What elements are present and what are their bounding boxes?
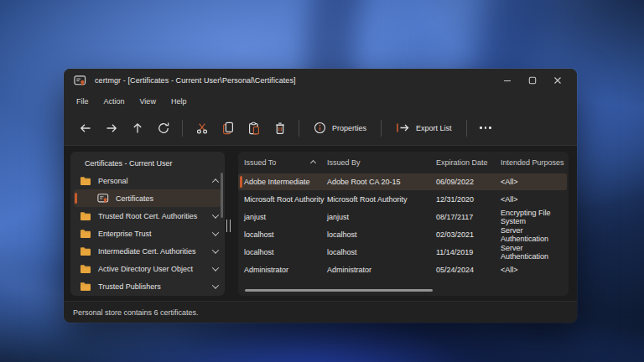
certificate-icon bbox=[97, 193, 109, 204]
up-button[interactable] bbox=[124, 116, 150, 140]
titlebar: certmgr - [Certificates - Current User\P… bbox=[64, 69, 577, 91]
toolbar-separator bbox=[299, 120, 299, 137]
table-row[interactable]: localhost localhost 11/14/2019 Server Au… bbox=[238, 244, 569, 261]
menubar: File Action View Help bbox=[64, 91, 577, 111]
chevron-down-icon[interactable] bbox=[212, 282, 219, 288]
tree-item-certificates-selected[interactable]: Certificates bbox=[74, 189, 221, 207]
window-title: certmgr - [Certificates - Current User\P… bbox=[95, 76, 296, 85]
folder-icon bbox=[80, 211, 91, 221]
folder-icon bbox=[80, 282, 91, 292]
tree-item-trusted-publishers[interactable]: Trusted Publishers bbox=[70, 277, 225, 295]
delete-button[interactable] bbox=[267, 116, 293, 140]
menu-help[interactable]: Help bbox=[164, 95, 195, 108]
cut-button[interactable] bbox=[189, 116, 215, 140]
folder-icon bbox=[80, 246, 91, 256]
tree-item-personal[interactable]: Personal bbox=[70, 172, 225, 189]
toolbar-separator bbox=[466, 120, 467, 137]
export-icon bbox=[396, 122, 410, 134]
chevron-down-icon[interactable] bbox=[212, 229, 219, 235]
more-options-button[interactable] bbox=[473, 116, 499, 140]
properties-label: Properties bbox=[332, 124, 366, 132]
column-header-purposes[interactable]: Intended Purposes bbox=[501, 158, 569, 167]
table-row[interactable]: Microsoft Root Authority Microsoft Root … bbox=[238, 191, 569, 208]
tree-scrollbar-thumb[interactable] bbox=[221, 173, 223, 218]
tree-item-label: Trusted Publishers bbox=[98, 282, 161, 291]
copy-button[interactable] bbox=[215, 116, 241, 140]
tree-item-trusted-root[interactable]: Trusted Root Cert. Authorities bbox=[70, 207, 225, 225]
forward-button[interactable] bbox=[98, 116, 124, 140]
tree-root-label: Certificates - Current User bbox=[85, 159, 173, 168]
table-row[interactable]: janjust janjust 08/17/2117 Encrypting Fi… bbox=[238, 209, 569, 225]
tree-item-label: Certificates bbox=[116, 194, 153, 203]
properties-button[interactable]: Properties bbox=[305, 116, 375, 140]
back-button[interactable] bbox=[72, 116, 98, 140]
certificate-app-icon bbox=[74, 75, 86, 86]
tree-item-label: Trusted Root Cert. Authorities bbox=[98, 212, 197, 220]
column-header-issued-by[interactable]: Issued By bbox=[327, 158, 436, 167]
chevron-up-icon[interactable] bbox=[212, 178, 219, 185]
status-text: Personal store contains 6 certificates. bbox=[73, 308, 199, 317]
menu-view[interactable]: View bbox=[132, 95, 164, 108]
menu-action[interactable]: Action bbox=[96, 95, 132, 108]
ellipsis-icon bbox=[480, 127, 491, 129]
tree-root-current-user[interactable]: Certificates - Current User bbox=[70, 154, 225, 172]
maximize-button[interactable] bbox=[523, 73, 542, 88]
column-header-expiration[interactable]: Expiration Date bbox=[436, 158, 501, 167]
table-row[interactable]: localhost localhost 02/03/2021 Server Au… bbox=[238, 226, 569, 243]
content-area: Certificates - Current User Personal bbox=[64, 146, 577, 301]
tree-item-label: Active Directory User Object bbox=[98, 265, 193, 273]
paste-button[interactable] bbox=[241, 116, 267, 140]
toolbar-separator bbox=[381, 120, 382, 137]
export-list-label: Export List bbox=[416, 124, 452, 132]
certificate-list-panel: Issued To Issued By Expiration Date Inte… bbox=[238, 152, 569, 296]
table-row[interactable]: Adobe Intermediate Adobe Root CA 20-15 0… bbox=[238, 173, 567, 190]
info-icon bbox=[314, 122, 326, 134]
certificate-tree-panel: Certificates - Current User Personal bbox=[70, 152, 225, 296]
horizontal-scrollbar-thumb[interactable] bbox=[245, 289, 433, 292]
folder-icon bbox=[80, 264, 91, 274]
toolbar: Properties Export List bbox=[64, 111, 577, 146]
export-list-button[interactable]: Export List bbox=[387, 116, 460, 140]
folder-icon bbox=[80, 176, 91, 186]
window-controls bbox=[498, 73, 567, 88]
chevron-down-icon[interactable] bbox=[212, 211, 219, 218]
toolbar-separator bbox=[182, 120, 183, 137]
sort-ascending-icon bbox=[310, 159, 316, 165]
panel-splitter-handle[interactable] bbox=[226, 220, 231, 232]
tree-item-active-directory[interactable]: Active Directory User Object bbox=[70, 260, 225, 277]
tree-item-label: Enterprise Trust bbox=[98, 230, 152, 238]
statusbar: Personal store contains 6 certificates. bbox=[64, 301, 577, 323]
tree-item-enterprise-trust[interactable]: Enterprise Trust bbox=[70, 225, 225, 242]
tree-item-label: Intermediate Cert. Authorities bbox=[98, 247, 196, 256]
tree-item-label: Personal bbox=[98, 177, 128, 185]
certmgr-window: certmgr - [Certificates - Current User\P… bbox=[64, 69, 577, 323]
folder-icon bbox=[80, 229, 91, 239]
chevron-down-icon[interactable] bbox=[212, 264, 219, 271]
refresh-button[interactable] bbox=[150, 116, 176, 140]
chevron-down-icon[interactable] bbox=[212, 246, 219, 253]
menu-file[interactable]: File bbox=[69, 95, 96, 108]
list-header-row: Issued To Issued By Expiration Date Inte… bbox=[238, 152, 569, 173]
close-button[interactable] bbox=[548, 73, 567, 88]
tree-item-intermediate[interactable]: Intermediate Cert. Authorities bbox=[70, 242, 225, 260]
minimize-button[interactable] bbox=[498, 73, 517, 88]
table-row[interactable]: Administrator Administrator 05/24/2024 <… bbox=[238, 261, 569, 278]
column-header-issued-to[interactable]: Issued To bbox=[244, 158, 327, 167]
